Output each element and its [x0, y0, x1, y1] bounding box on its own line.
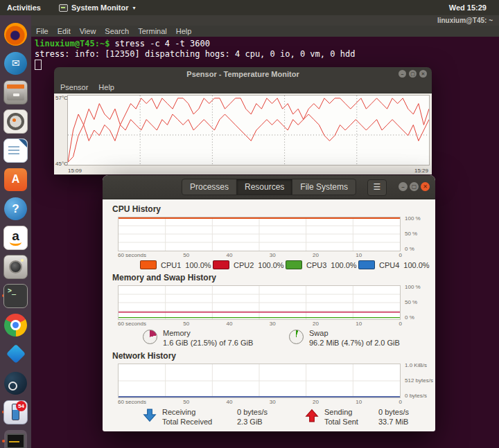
dock-item-help[interactable]: ? — [0, 194, 31, 223]
psensor-titlebar[interactable]: Psensor - Temperature Monitor – ▢ ✕ — [54, 67, 432, 81]
temp-max-label: 57°C — [55, 95, 68, 101]
cpu-history-chart — [118, 217, 401, 251]
system-monitor-window: Processes Resources File Systems ☰ – ▢ ✕… — [103, 175, 435, 431]
window-controls: – ▢ ✕ — [399, 182, 430, 191]
dock-item-firefox[interactable] — [0, 19, 31, 48]
rhythmbox-icon — [3, 109, 28, 134]
psensor-help-menu[interactable]: Help — [98, 83, 114, 91]
tab-resources[interactable]: Resources — [236, 179, 292, 195]
amazon-smile — [10, 238, 21, 246]
tick: 0 — [399, 399, 402, 405]
dock-item-terminal[interactable]: >_ — [0, 281, 31, 310]
tick: 10 — [356, 321, 362, 327]
prompt-glyph: >_ — [8, 287, 16, 294]
cpu3-value: 100.0% — [331, 261, 356, 269]
activities-button[interactable]: Activities — [7, 3, 41, 12]
cpu1-value: 100.0% — [185, 261, 211, 269]
tick: 50 — [183, 252, 189, 258]
dock-item-system-monitor[interactable] — [0, 427, 31, 448]
terminal-titlebar[interactable]: linuxium@T45: ~ — [31, 15, 499, 26]
cpu4-value: 100.0% — [403, 261, 429, 269]
tab-processes[interactable]: Processes — [182, 179, 237, 195]
tick: 0 — [399, 321, 402, 327]
terminal-line-prompt: linuxium@T45:~$ stress -c 4 -t 3600 — [35, 39, 496, 49]
total-received-label: Total Received — [162, 417, 237, 427]
close-icon[interactable]: ✕ — [419, 70, 427, 78]
menu-view[interactable]: View — [80, 27, 96, 35]
network-history-chart — [118, 364, 401, 398]
view-switcher: Processes Resources File Systems — [182, 179, 356, 195]
resources-panel: CPU History 100 % 50 % 0 % 60 seconds504… — [103, 199, 435, 431]
dock-item-ubuntu-software[interactable]: A — [0, 165, 31, 194]
total-received-value: 2.3 GiB — [237, 417, 294, 427]
hamburger-menu-icon[interactable]: ☰ — [367, 179, 387, 196]
memory-x-axis: 60 seconds50403020100 — [118, 321, 402, 327]
sending-labels: Sending Total Sent — [324, 407, 378, 427]
dock-item-amazon[interactable]: a — [0, 223, 31, 252]
psensor-menu[interactable]: Psensor — [60, 83, 88, 91]
sending-label: Sending — [324, 407, 378, 417]
libreoffice-writer-icon — [3, 138, 28, 163]
menu-file[interactable]: File — [36, 27, 49, 35]
close-icon[interactable]: ✕ — [421, 182, 430, 191]
mem-y-0: 0 % — [405, 314, 414, 321]
terminal-title: linuxium@T45: ~ — [437, 17, 493, 24]
mem-y-100: 100 % — [405, 284, 421, 290]
swap-legend-item: Swap 96.2 MiB (4.7%) of 2.0 GiB — [289, 329, 435, 348]
system-monitor-headerbar[interactable]: Processes Resources File Systems ☰ – ▢ ✕ — [103, 175, 435, 199]
envelope-icon: ✉ — [12, 58, 20, 68]
cpu2-value: 100.0% — [258, 261, 283, 269]
menu-edit[interactable]: Edit — [58, 27, 71, 35]
maximize-icon[interactable]: ▢ — [410, 182, 419, 191]
app-menu[interactable]: System Monitor ▾ — [59, 3, 136, 12]
cpu4-label: CPU4 — [379, 261, 399, 269]
drawer — [7, 90, 24, 100]
page-corner — [19, 139, 27, 147]
maximize-icon[interactable]: ▢ — [409, 70, 417, 78]
tick: 20 — [313, 321, 319, 327]
minimize-icon[interactable]: – — [399, 70, 406, 78]
document-lines — [8, 146, 19, 156]
menu-search[interactable]: Search — [105, 27, 129, 35]
total-sent-value: 33.7 MiB — [378, 417, 434, 427]
shell-prompt: linuxium@T45:~$ — [35, 39, 110, 48]
dock-item-chrome[interactable] — [0, 310, 31, 339]
dock-item-camera[interactable] — [0, 252, 31, 281]
terminal-icon: >_ — [3, 284, 28, 308]
cpu-x-axis: 60 seconds50403020100 — [118, 252, 402, 258]
dock-item-thunderbird[interactable]: ✉ — [0, 48, 31, 78]
time-end-label: 15:29 — [414, 168, 428, 174]
receiving-rate: 0 bytes/s — [237, 407, 294, 417]
time-start-label: 15:09 — [68, 168, 82, 174]
dock-item-kodi[interactable] — [0, 339, 31, 368]
terminal-menubar: File Edit View Search Terminal Help — [31, 26, 499, 37]
chevron-down-icon: ▾ — [132, 5, 135, 11]
cpu1-swatch — [140, 260, 157, 269]
sending-values: 0 bytes/s 33.7 MiB — [378, 407, 434, 427]
clock[interactable]: Wed 15:29 — [449, 3, 487, 12]
tick: 30 — [270, 399, 276, 405]
minimize-icon[interactable]: – — [399, 182, 408, 191]
menu-terminal[interactable]: Terminal — [138, 27, 167, 35]
cpu-y-50: 50 % — [405, 231, 417, 237]
cpu3-swatch — [286, 260, 302, 269]
psensor-graph-area: 57°C 45°C 15:09 15:29 — [54, 93, 432, 174]
kodi-icon — [4, 343, 27, 366]
firefox-icon — [4, 23, 27, 46]
network-x-axis: 60 seconds50403020100 — [118, 399, 402, 405]
shell-command: stress -c 4 -t 3600 — [110, 39, 210, 48]
temperature-plot — [67, 95, 430, 165]
chrome-hub — [10, 320, 21, 330]
tab-file-systems[interactable]: File Systems — [292, 179, 356, 195]
dock-item-libreoffice-writer[interactable] — [0, 136, 31, 165]
dock-item-files[interactable] — [0, 78, 31, 107]
cpu2-swatch — [213, 260, 229, 269]
cpu1-legend-item: CPU1100.0% — [140, 260, 213, 269]
psensor-menubar: Psensor Help — [54, 81, 432, 93]
dock-item-rhythmbox[interactable] — [0, 107, 31, 136]
tick: 20 — [313, 399, 319, 405]
menu-help[interactable]: Help — [176, 27, 192, 35]
swap-label: Swap — [309, 329, 329, 337]
dock-item-psensor[interactable]: 54 — [0, 397, 31, 427]
dock-item-steam[interactable] — [0, 368, 31, 397]
